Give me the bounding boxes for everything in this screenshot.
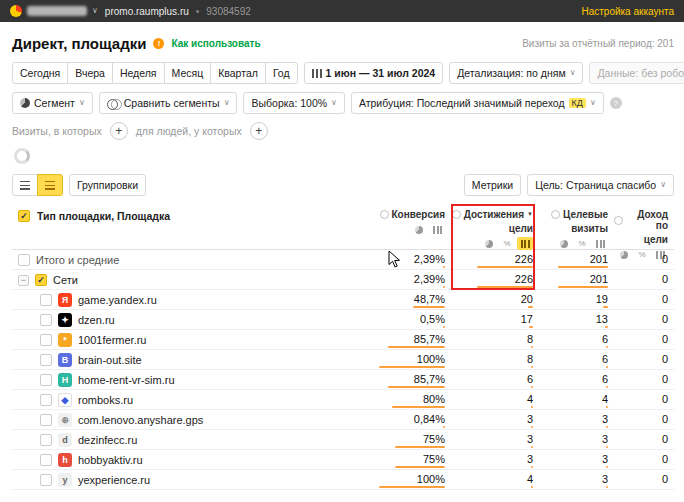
column-header-conversion[interactable]: Конверсия — [346, 204, 451, 236]
goal-visits-cell: 6 — [539, 330, 614, 350]
add-people-condition-button[interactable] — [250, 122, 268, 140]
row-checkbox[interactable] — [40, 414, 52, 426]
value-bar — [531, 486, 533, 488]
pie-chart-icon[interactable] — [556, 237, 572, 250]
value-bar — [606, 446, 608, 448]
how-to-use-link[interactable]: Как использовать — [171, 38, 260, 49]
table-body: Итого и средние2,39%2262010Сети2,39%2262… — [12, 250, 674, 490]
percent-icon[interactable]: % — [574, 237, 590, 250]
platform-cell: Hhome-rent-vr-sim.ru — [12, 373, 346, 387]
groupings-button[interactable]: Группировки — [69, 174, 146, 196]
row-checkbox[interactable] — [18, 254, 30, 266]
bar-chart-icon[interactable] — [517, 237, 533, 250]
row-checkbox[interactable] — [40, 434, 52, 446]
site-link[interactable]: com.lenovo.anyshare.gps — [78, 414, 203, 426]
sampling-dropdown[interactable]: Выборка: 100% — [243, 92, 344, 114]
date-range-icon — [312, 69, 322, 78]
site-link[interactable]: hobbyaktiv.ru — [78, 454, 143, 466]
period-button[interactable]: Месяц — [164, 62, 212, 84]
site-link[interactable]: home-rent-vr-sim.ru — [78, 374, 175, 386]
account-settings-link[interactable]: Настройка аккаунта — [581, 6, 674, 17]
metrics-button[interactable]: Метрики — [464, 174, 521, 196]
period-button[interactable]: Вчера — [67, 62, 113, 84]
goal-reaches-cell: 8 — [451, 350, 539, 370]
bar-chart-icon[interactable] — [592, 237, 608, 250]
row-checkbox[interactable] — [40, 314, 52, 326]
goal-visits-cell: 13 — [539, 310, 614, 330]
pie-chart-icon[interactable] — [411, 223, 427, 236]
metric-radio[interactable] — [551, 210, 560, 219]
list-view-button[interactable] — [12, 174, 38, 196]
period-button[interactable]: Квартал — [210, 62, 266, 84]
row-checkbox[interactable] — [40, 374, 52, 386]
goal-reaches-cell: 20 — [451, 290, 539, 310]
compare-segments-dropdown[interactable]: Сравнить сегменты — [99, 92, 238, 114]
site-link[interactable]: yexperience.ru — [78, 474, 150, 486]
data-mode-label: Данные: без роботов — [597, 67, 684, 79]
help-circle-icon[interactable] — [610, 97, 622, 109]
period-button[interactable]: Сегодня — [12, 62, 68, 84]
separator-dot — [196, 6, 200, 17]
row-checkbox[interactable] — [40, 474, 52, 486]
row-checkbox[interactable] — [40, 394, 52, 406]
row-checkbox[interactable] — [40, 454, 52, 466]
row-checkbox[interactable] — [40, 354, 52, 366]
counter-domain-link[interactable]: promo.raumplus.ru — [105, 6, 189, 17]
table-row: ✦dzen.ru0,5%17130 — [12, 310, 674, 330]
pie-chart-icon[interactable] — [481, 237, 497, 250]
column-header-goal-visits[interactable]: Целевые визиты % — [539, 204, 614, 250]
date-range-button[interactable]: 1 июн — 31 июл 2024 — [304, 62, 444, 84]
site-link[interactable]: dezinfecc.ru — [78, 434, 137, 446]
site-link[interactable]: dzen.ru — [78, 314, 115, 326]
site-favicon: h — [58, 453, 72, 467]
column-label-line2: цели — [509, 223, 533, 234]
value-bar — [606, 466, 608, 468]
site-link[interactable]: 1001fermer.ru — [78, 334, 146, 346]
report-page: Директ, площадки ! Как использовать Визи… — [0, 22, 684, 490]
table-row: ◆romboks.ru80%440 — [12, 390, 674, 410]
metric-radio[interactable] — [614, 216, 623, 225]
table-toolbar: Группировки Метрики Цель: Страница спаси… — [12, 174, 674, 196]
row-checkbox[interactable] — [40, 334, 52, 346]
goal-select[interactable]: Цель: Страница спасибо — [527, 174, 674, 196]
collapse-icon[interactable] — [18, 275, 29, 286]
site-link[interactable]: brain-out.site — [78, 354, 142, 366]
percent-icon[interactable]: % — [499, 237, 515, 250]
add-visits-condition-button[interactable] — [110, 122, 128, 140]
goal-visits-cell: 3 — [539, 430, 614, 450]
column-header-platform[interactable]: Тип площадки, Площадка — [12, 204, 346, 222]
revenue-cell: 0 — [614, 430, 674, 450]
revenue-cell: 0 — [614, 330, 674, 350]
tree-view-button[interactable] — [37, 174, 63, 196]
value-bar — [388, 386, 445, 388]
data-mode-dropdown[interactable]: Данные: без роботов — [589, 62, 684, 84]
site-link[interactable]: game.yandex.ru — [78, 294, 157, 306]
value-bar — [528, 306, 533, 308]
select-all-checkbox[interactable] — [18, 210, 30, 222]
metric-radio[interactable] — [452, 210, 461, 219]
value-bar — [606, 366, 608, 368]
metric-radio[interactable] — [380, 210, 389, 219]
site-favicon: y — [58, 473, 72, 487]
segment-filter-row: Сегмент Сравнить сегменты Выборка: 100% … — [12, 92, 674, 114]
table-row: Яgame.yandex.ru48,7%20190 — [12, 290, 674, 310]
goal-visits-cell: 201 — [539, 250, 614, 270]
conversion-cell: 100% — [346, 470, 451, 490]
period-button[interactable]: Неделя — [112, 62, 165, 84]
sampling-label: Выборка: 100% — [251, 97, 327, 109]
attribution-dropdown[interactable]: Атрибуция: Последний значимый переход КД — [351, 92, 604, 114]
bar-chart-icon[interactable] — [429, 223, 445, 236]
platforms-table: Тип площадки, Площадка Конверсия Достиже… — [12, 204, 674, 490]
goal-visits-cell: 4 — [539, 390, 614, 410]
site-link[interactable]: romboks.ru — [78, 394, 133, 406]
detalization-dropdown[interactable]: Детализация: по дням — [449, 62, 583, 84]
counter-selector[interactable] — [10, 5, 98, 17]
site-favicon: B — [58, 353, 72, 367]
row-checkbox[interactable] — [35, 274, 47, 286]
column-header-goal-reaches[interactable]: Достижения цели % — [451, 204, 539, 250]
period-button[interactable]: Год — [265, 62, 298, 84]
segment-dropdown[interactable]: Сегмент — [12, 92, 93, 114]
row-checkbox[interactable] — [40, 294, 52, 306]
chevron-down-icon — [660, 181, 666, 189]
value-bar — [392, 406, 445, 408]
